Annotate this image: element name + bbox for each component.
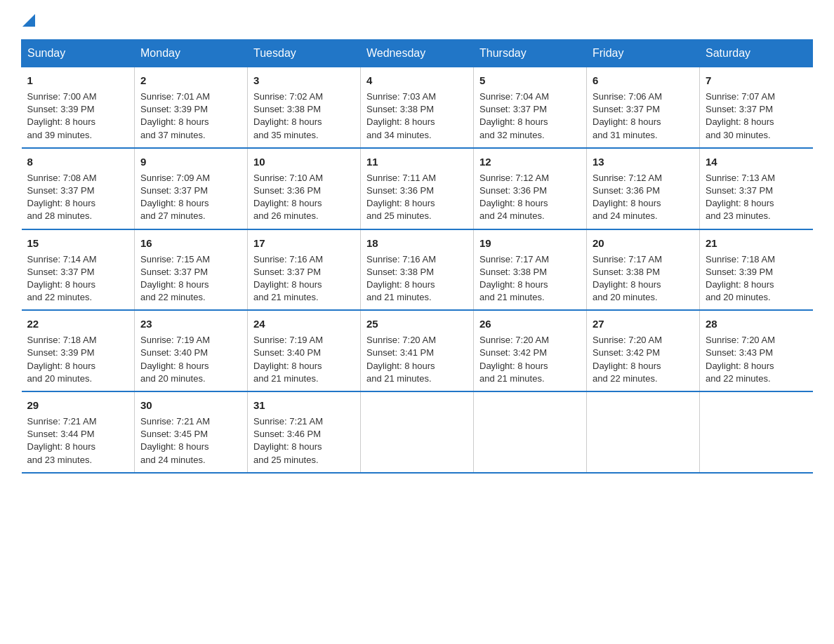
day-info: Sunrise: 7:20 AMSunset: 3:42 PMDaylight:… [479, 335, 549, 384]
calendar-cell: 11 Sunrise: 7:11 AMSunset: 3:36 PMDaylig… [361, 148, 474, 229]
calendar-cell: 28 Sunrise: 7:20 AMSunset: 3:43 PMDaylig… [700, 310, 813, 391]
day-info: Sunrise: 7:20 AMSunset: 3:43 PMDaylight:… [706, 335, 775, 384]
day-info: Sunrise: 7:11 AMSunset: 3:36 PMDaylight:… [366, 173, 436, 222]
day-info: Sunrise: 7:18 AMSunset: 3:39 PMDaylight:… [706, 254, 775, 303]
weekday-header-monday: Monday [135, 40, 248, 67]
calendar-cell: 15 Sunrise: 7:14 AMSunset: 3:37 PMDaylig… [22, 229, 135, 311]
day-number: 29 [27, 398, 129, 412]
day-info: Sunrise: 7:03 AMSunset: 3:38 PMDaylight:… [366, 91, 436, 140]
day-number: 15 [27, 236, 129, 250]
calendar-cell: 21 Sunrise: 7:18 AMSunset: 3:39 PMDaylig… [700, 229, 813, 311]
calendar-cell: 26 Sunrise: 7:20 AMSunset: 3:42 PMDaylig… [474, 310, 587, 391]
day-info: Sunrise: 7:17 AMSunset: 3:38 PMDaylight:… [479, 254, 549, 303]
calendar-cell [361, 391, 474, 473]
day-info: Sunrise: 7:06 AMSunset: 3:37 PMDaylight:… [593, 91, 662, 140]
calendar-cell: 22 Sunrise: 7:18 AMSunset: 3:39 PMDaylig… [22, 310, 135, 391]
calendar-cell: 12 Sunrise: 7:12 AMSunset: 3:36 PMDaylig… [474, 148, 587, 229]
day-number: 21 [706, 236, 807, 250]
day-number: 20 [593, 236, 694, 250]
day-number: 26 [479, 316, 581, 331]
day-number: 27 [593, 316, 694, 331]
week-row-2: 8 Sunrise: 7:08 AMSunset: 3:37 PMDayligh… [22, 148, 813, 229]
calendar-cell: 18 Sunrise: 7:16 AMSunset: 3:38 PMDaylig… [361, 229, 474, 311]
day-number: 5 [479, 73, 581, 88]
logo [21, 14, 35, 25]
day-info: Sunrise: 7:04 AMSunset: 3:37 PMDaylight:… [479, 91, 549, 140]
day-number: 13 [593, 154, 694, 169]
calendar-cell [474, 391, 587, 473]
calendar-cell: 7 Sunrise: 7:07 AMSunset: 3:37 PMDayligh… [700, 67, 813, 148]
day-number: 23 [140, 316, 241, 331]
calendar-cell: 9 Sunrise: 7:09 AMSunset: 3:37 PMDayligh… [135, 148, 248, 229]
calendar-cell: 10 Sunrise: 7:10 AMSunset: 3:36 PMDaylig… [248, 148, 361, 229]
day-number: 7 [706, 73, 807, 88]
day-number: 8 [27, 154, 129, 169]
calendar-cell: 25 Sunrise: 7:20 AMSunset: 3:41 PMDaylig… [361, 310, 474, 391]
calendar-cell: 27 Sunrise: 7:20 AMSunset: 3:42 PMDaylig… [587, 310, 700, 391]
day-info: Sunrise: 7:15 AMSunset: 3:37 PMDaylight:… [140, 254, 210, 303]
day-number: 17 [253, 236, 355, 250]
day-info: Sunrise: 7:18 AMSunset: 3:39 PMDaylight:… [27, 335, 97, 384]
day-number: 31 [253, 398, 355, 412]
svg-marker-0 [22, 14, 35, 27]
week-row-4: 22 Sunrise: 7:18 AMSunset: 3:39 PMDaylig… [22, 310, 813, 391]
calendar-cell: 19 Sunrise: 7:17 AMSunset: 3:38 PMDaylig… [474, 229, 587, 311]
calendar-cell: 5 Sunrise: 7:04 AMSunset: 3:37 PMDayligh… [474, 67, 587, 148]
day-number: 14 [706, 154, 807, 169]
day-number: 3 [253, 73, 355, 88]
day-info: Sunrise: 7:08 AMSunset: 3:37 PMDaylight:… [27, 173, 97, 222]
day-info: Sunrise: 7:19 AMSunset: 3:40 PMDaylight:… [253, 335, 323, 384]
day-number: 4 [366, 73, 468, 88]
day-info: Sunrise: 7:16 AMSunset: 3:38 PMDaylight:… [366, 254, 436, 303]
day-info: Sunrise: 7:19 AMSunset: 3:40 PMDaylight:… [140, 335, 210, 384]
weekday-header-friday: Friday [587, 40, 700, 67]
calendar-cell: 16 Sunrise: 7:15 AMSunset: 3:37 PMDaylig… [135, 229, 248, 311]
calendar-cell: 30 Sunrise: 7:21 AMSunset: 3:45 PMDaylig… [135, 391, 248, 473]
day-info: Sunrise: 7:13 AMSunset: 3:37 PMDaylight:… [706, 173, 775, 222]
calendar-cell: 6 Sunrise: 7:06 AMSunset: 3:37 PMDayligh… [587, 67, 700, 148]
day-info: Sunrise: 7:07 AMSunset: 3:37 PMDaylight:… [706, 91, 775, 140]
day-number: 11 [366, 154, 468, 169]
day-number: 2 [140, 73, 241, 88]
calendar-cell: 13 Sunrise: 7:12 AMSunset: 3:36 PMDaylig… [587, 148, 700, 229]
day-info: Sunrise: 7:14 AMSunset: 3:37 PMDaylight:… [27, 254, 97, 303]
day-number: 30 [140, 398, 241, 412]
calendar-cell: 29 Sunrise: 7:21 AMSunset: 3:44 PMDaylig… [22, 391, 135, 473]
day-number: 9 [140, 154, 241, 169]
day-number: 12 [479, 154, 581, 169]
day-number: 16 [140, 236, 241, 250]
day-info: Sunrise: 7:01 AMSunset: 3:39 PMDaylight:… [140, 91, 210, 140]
day-number: 24 [253, 316, 355, 331]
calendar-cell: 23 Sunrise: 7:19 AMSunset: 3:40 PMDaylig… [135, 310, 248, 391]
week-row-5: 29 Sunrise: 7:21 AMSunset: 3:44 PMDaylig… [22, 391, 813, 473]
calendar-cell: 24 Sunrise: 7:19 AMSunset: 3:40 PMDaylig… [248, 310, 361, 391]
day-info: Sunrise: 7:20 AMSunset: 3:42 PMDaylight:… [593, 335, 662, 384]
calendar-cell [700, 391, 813, 473]
calendar-cell: 8 Sunrise: 7:08 AMSunset: 3:37 PMDayligh… [22, 148, 135, 229]
calendar-cell: 4 Sunrise: 7:03 AMSunset: 3:38 PMDayligh… [361, 67, 474, 148]
weekday-header-row: SundayMondayTuesdayWednesdayThursdayFrid… [22, 40, 813, 67]
calendar-cell: 2 Sunrise: 7:01 AMSunset: 3:39 PMDayligh… [135, 67, 248, 148]
weekday-header-wednesday: Wednesday [361, 40, 474, 67]
calendar-cell: 14 Sunrise: 7:13 AMSunset: 3:37 PMDaylig… [700, 148, 813, 229]
calendar-cell: 3 Sunrise: 7:02 AMSunset: 3:38 PMDayligh… [248, 67, 361, 148]
day-info: Sunrise: 7:21 AMSunset: 3:46 PMDaylight:… [253, 416, 323, 465]
day-info: Sunrise: 7:17 AMSunset: 3:38 PMDaylight:… [593, 254, 662, 303]
day-info: Sunrise: 7:12 AMSunset: 3:36 PMDaylight:… [593, 173, 662, 222]
weekday-header-sunday: Sunday [22, 40, 135, 67]
calendar-cell: 31 Sunrise: 7:21 AMSunset: 3:46 PMDaylig… [248, 391, 361, 473]
day-info: Sunrise: 7:16 AMSunset: 3:37 PMDaylight:… [253, 254, 323, 303]
calendar-table: SundayMondayTuesdayWednesdayThursdayFrid… [21, 39, 813, 474]
day-info: Sunrise: 7:21 AMSunset: 3:44 PMDaylight:… [27, 416, 97, 465]
day-info: Sunrise: 7:10 AMSunset: 3:36 PMDaylight:… [253, 173, 323, 222]
day-number: 28 [706, 316, 807, 331]
day-number: 22 [27, 316, 129, 331]
calendar-cell [587, 391, 700, 473]
day-info: Sunrise: 7:21 AMSunset: 3:45 PMDaylight:… [140, 416, 210, 465]
calendar-cell: 20 Sunrise: 7:17 AMSunset: 3:38 PMDaylig… [587, 229, 700, 311]
day-number: 25 [366, 316, 468, 331]
calendar-cell: 17 Sunrise: 7:16 AMSunset: 3:37 PMDaylig… [248, 229, 361, 311]
page-header [21, 14, 813, 25]
day-number: 19 [479, 236, 581, 250]
day-number: 10 [253, 154, 355, 169]
